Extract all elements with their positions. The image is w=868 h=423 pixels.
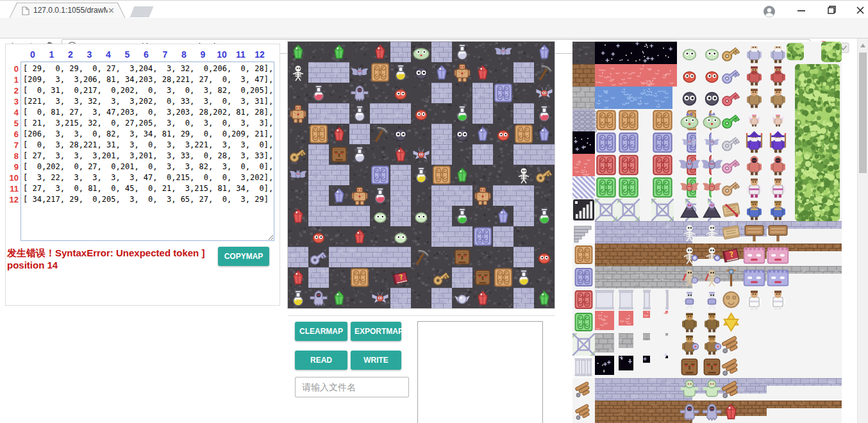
browser-tab[interactable]: 127.0.0.1:1055/drawMa ✕ bbox=[9, 3, 126, 19]
scrollbar-thumb[interactable] bbox=[859, 53, 867, 173]
matrix-row-header: 2 bbox=[7, 85, 19, 96]
page-scrollbar[interactable] bbox=[857, 38, 868, 423]
matrix-col-header: 7 bbox=[157, 49, 174, 60]
matrix-col-header: 5 bbox=[119, 49, 136, 60]
matrix-col-header: 2 bbox=[62, 49, 79, 60]
section-divider bbox=[288, 315, 555, 316]
export-output-box[interactable] bbox=[417, 321, 543, 423]
matrix-col-header: 3 bbox=[81, 49, 98, 60]
matrix-col-header: 8 bbox=[176, 49, 192, 60]
matrix-col-header: 0 bbox=[24, 49, 41, 60]
matrix-row-header: 4 bbox=[7, 107, 19, 118]
filename-input[interactable] bbox=[295, 377, 409, 397]
matrix-row-header: 11 bbox=[7, 183, 19, 194]
error-message: 发生错误！SyntaxError: Unexpected token ] pos… bbox=[7, 247, 220, 271]
close-button[interactable] bbox=[853, 4, 868, 16]
restore-button[interactable] bbox=[823, 4, 839, 16]
browser-toolbar: 127.0.0.1:1055/drawMapGUI.html bbox=[0, 18, 868, 38]
tab-title: 127.0.0.1:1055/drawMa bbox=[33, 6, 108, 16]
browser-titlebar: 127.0.0.1:1055/drawMa ✕ bbox=[0, 0, 868, 19]
matrix-row-header: 8 bbox=[7, 151, 19, 162]
clearmap-button[interactable]: CLEARMAP bbox=[295, 322, 347, 341]
tab-close-icon[interactable]: ✕ bbox=[107, 6, 115, 15]
matrix-row-header: 9 bbox=[7, 162, 19, 172]
matrix-row-header: 6 bbox=[7, 129, 19, 140]
page-favicon-icon bbox=[22, 6, 29, 15]
map-matrix-textarea[interactable] bbox=[21, 62, 274, 241]
matrix-col-header: 9 bbox=[195, 49, 212, 60]
matrix-row-header: 5 bbox=[7, 118, 19, 129]
matrix-row-header: 12 bbox=[7, 194, 19, 205]
matrix-row-header: 0 bbox=[7, 63, 19, 74]
matrix-row-header: 3 bbox=[7, 96, 19, 107]
matrix-row-header: 1 bbox=[7, 74, 19, 85]
tileset-palette[interactable] bbox=[572, 42, 842, 423]
write-button[interactable]: WRITE bbox=[351, 351, 401, 370]
profile-icon[interactable] bbox=[763, 5, 776, 18]
copymap-button[interactable]: COPYMAP bbox=[218, 247, 269, 266]
read-button[interactable]: READ bbox=[295, 351, 347, 370]
matrix-col-header: 1 bbox=[44, 49, 60, 60]
exportmap-button[interactable]: EXPORTMAP bbox=[351, 322, 401, 341]
matrix-col-header: 6 bbox=[138, 49, 154, 60]
matrix-panel: 0123456789101112 0123456789101112 发生错误！S… bbox=[5, 44, 280, 306]
matrix-col-header: 10 bbox=[213, 49, 230, 60]
matrix-col-header: 4 bbox=[100, 49, 117, 60]
map-canvas[interactable] bbox=[287, 41, 555, 309]
new-tab-button[interactable] bbox=[130, 6, 154, 17]
scrollbar-up-arrow[interactable] bbox=[860, 44, 865, 47]
matrix-row-header: 7 bbox=[7, 140, 19, 151]
minimize-button[interactable] bbox=[794, 4, 809, 16]
matrix-col-header: 12 bbox=[251, 49, 268, 60]
matrix-row-header: 10 bbox=[7, 172, 19, 183]
matrix-col-header: 11 bbox=[233, 49, 249, 60]
